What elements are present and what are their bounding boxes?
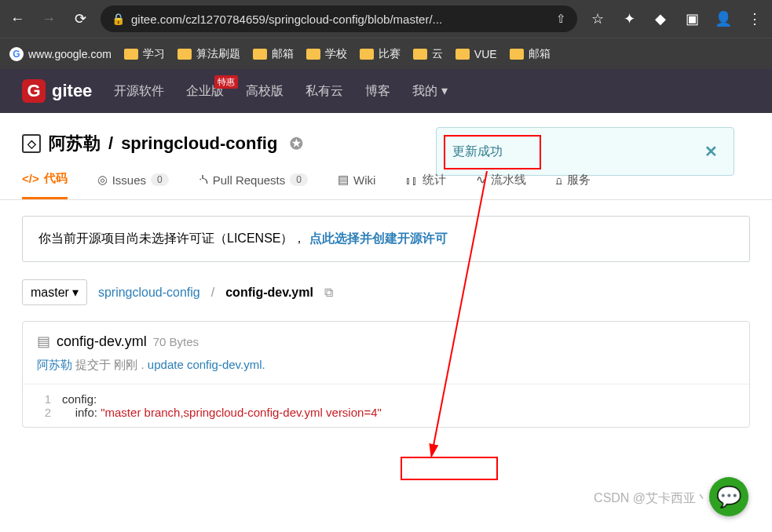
folder-icon (177, 49, 192, 60)
file-size: 70 Bytes (153, 335, 199, 348)
folder-icon (360, 49, 374, 60)
tab-wiki[interactable]: ▤ Wiki (338, 171, 375, 199)
nav-blog[interactable]: 博客 (365, 83, 390, 100)
profile-icon[interactable]: 👤 (712, 8, 734, 30)
repo-header: ◇ 阿苏勒 / springcloud-config ✪ 更新成功 ✕ (0, 113, 772, 155)
reload-button[interactable]: ⟳ (69, 8, 91, 30)
license-link[interactable]: 点此选择并创建开源许可 (309, 231, 448, 245)
file-viewer: ▤ config-dev.yml 70 Bytes 阿苏勒 提交于 刚刚 . u… (22, 321, 750, 428)
back-button[interactable]: ← (6, 8, 28, 30)
nav-edu[interactable]: 高校版 (246, 83, 284, 100)
path-file: config-dev.yml (225, 286, 313, 300)
gitee-navbar: G gitee 开源软件 企业版特惠 高校版 私有云 博客 我的 ▾ (0, 69, 772, 113)
tab-pipeline[interactable]: ∿ 流水线 (476, 171, 526, 199)
lock-icon: 🔒 (112, 13, 125, 25)
badge-sale: 特惠 (214, 75, 238, 89)
bookmark-item[interactable]: 学校 (306, 47, 347, 61)
extensions-icon[interactable]: ✦ (618, 8, 640, 30)
share-icon[interactable]: ⇧ (556, 12, 566, 26)
close-icon[interactable]: ✕ (704, 142, 718, 161)
code-line: config: (62, 392, 749, 406)
google-icon: G (9, 47, 24, 61)
toast-text: 更新成功 (452, 144, 503, 160)
folder-icon (306, 49, 320, 60)
bookmark-item[interactable]: 邮箱 (510, 47, 551, 61)
path-sep: / (211, 286, 214, 300)
nav-mine[interactable]: 我的 ▾ (412, 83, 447, 100)
tab-pr[interactable]: ᔀ Pull Requests 0 (199, 171, 308, 199)
repo-name[interactable]: springcloud-config (121, 133, 277, 154)
bookmark-bar: Gwww.google.com 学习 算法刷题 邮箱 学校 比赛 云 VUE 邮… (0, 38, 772, 69)
branch-selector[interactable]: master ▾ (22, 279, 87, 305)
license-notice: 你当前开源项目尚未选择许可证（LICENSE）， 点此选择并创建开源许可 (22, 216, 750, 262)
menu-icon[interactable]: ⋮ (744, 8, 766, 30)
path-row: master ▾ springcloud-config / config-dev… (22, 279, 750, 305)
gitee-logo-icon: G (22, 79, 46, 103)
success-toast: 更新成功 ✕ (436, 127, 734, 176)
file-name: config-dev.yml (57, 333, 147, 350)
star-icon[interactable]: ☆ (587, 8, 609, 30)
commit-author[interactable]: 阿苏勒 (37, 358, 72, 371)
nav-open-source[interactable]: 开源软件 (114, 83, 164, 100)
bookmark-item[interactable]: 比赛 (360, 47, 401, 61)
folder-icon (456, 49, 470, 60)
gitee-logo[interactable]: G gitee (22, 79, 92, 103)
tab-service[interactable]: ⩍ 服务 (556, 171, 591, 199)
repo-owner[interactable]: 阿苏勒 (49, 132, 101, 155)
forward-button[interactable]: → (38, 8, 60, 30)
folder-icon (413, 49, 427, 60)
bookmark-item[interactable]: 云 (413, 47, 443, 61)
repo-icon: ◇ (22, 134, 41, 153)
fab-button[interactable]: 💬 (709, 477, 748, 516)
bookmark-item[interactable]: VUE (456, 48, 497, 60)
nav-enterprise[interactable]: 企业版特惠 (186, 83, 224, 100)
browser-toolbar: ← → ⟳ 🔒 gitee.com/czl1270784659/springcl… (0, 0, 772, 38)
page-content: G gitee 开源软件 企业版特惠 高校版 私有云 博客 我的 ▾ ◇ 阿苏勒… (0, 69, 772, 532)
address-bar[interactable]: 🔒 gitee.com/czl1270784659/springcloud-co… (101, 5, 577, 32)
tab-stats[interactable]: ⫾⫿ 统计 (405, 171, 446, 199)
nav-private[interactable]: 私有云 (306, 83, 343, 100)
bookmark-item[interactable]: Gwww.google.com (9, 47, 112, 61)
panel-icon[interactable]: ▣ (681, 8, 703, 30)
bookmark-item[interactable]: 邮箱 (253, 47, 294, 61)
award-icon[interactable]: ✪ (290, 134, 303, 153)
path-repo[interactable]: springcloud-config (98, 286, 200, 300)
url-text: gitee.com/czl1270784659/springcloud-conf… (131, 13, 442, 26)
folder-icon (510, 49, 524, 60)
commit-msg[interactable]: update config-dev.yml. (148, 358, 265, 371)
code-line: info: "master branch,springcloud-config-… (62, 406, 749, 419)
ext-icon[interactable]: ◆ (649, 8, 671, 30)
copy-icon[interactable]: ⧉ (324, 286, 333, 300)
tab-issues[interactable]: ◎ Issues 0 (97, 171, 169, 199)
folder-icon (124, 49, 138, 60)
sep: / (108, 133, 113, 154)
file-icon: ▤ (37, 333, 50, 350)
bookmark-item[interactable]: 算法刷题 (177, 47, 240, 61)
bookmark-item[interactable]: 学习 (124, 47, 165, 61)
folder-icon (253, 49, 267, 60)
code-body: 1config: 2 info: "master branch,springcl… (23, 384, 749, 427)
tab-code[interactable]: </> 代码 (22, 171, 68, 199)
